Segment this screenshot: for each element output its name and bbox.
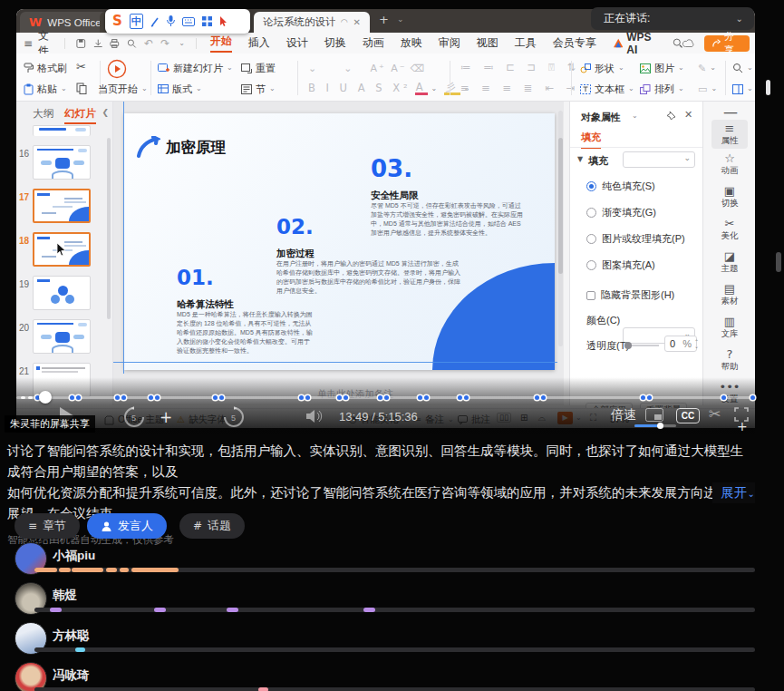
- list-controls[interactable]: ≔ ≕ ⊏ ⊐ ⍔ ⇅: [460, 60, 580, 76]
- volume-slider[interactable]: [634, 424, 676, 427]
- slide-thumbnail-19[interactable]: [33, 276, 91, 310]
- cloud-sync-icon[interactable]: [682, 38, 695, 49]
- transparency-slider[interactable]: [626, 345, 659, 346]
- player-progress-bar[interactable]: [16, 394, 755, 403]
- panes-button[interactable]: ⌄: [732, 81, 753, 97]
- chapter-marker[interactable]: [299, 395, 304, 400]
- speech-segment[interactable]: [131, 568, 179, 572]
- forward-5-button[interactable]: 5: [223, 406, 245, 428]
- new-slide-button[interactable]: 新建幻灯片⌄: [158, 60, 233, 76]
- chapter-marker[interactable]: [305, 395, 310, 400]
- layout-button[interactable]: 版式⌄: [158, 81, 202, 97]
- pip-icon[interactable]: [645, 408, 663, 422]
- props-title-chevron-icon[interactable]: ⌄: [632, 112, 638, 120]
- speech-segment[interactable]: [34, 568, 57, 572]
- apps-grid-icon[interactable]: [202, 16, 212, 26]
- chapter-marker[interactable]: [344, 395, 348, 400]
- arrange-button[interactable]: 排列⌄: [640, 81, 684, 97]
- keyboard-icon[interactable]: [182, 17, 195, 26]
- reset-button[interactable]: 重置: [241, 60, 276, 76]
- save-icon[interactable]: [76, 38, 86, 49]
- hide-bg-checkbox[interactable]: [586, 291, 595, 300]
- chapter-marker[interactable]: [424, 395, 429, 400]
- cc-button[interactable]: CC: [676, 408, 700, 423]
- chapter-marker[interactable]: [647, 395, 652, 400]
- menu-item-放映[interactable]: 放映: [401, 35, 422, 51]
- undo-icon[interactable]: ↶: [144, 38, 153, 49]
- rail-item-文库[interactable]: ▥文库: [711, 316, 748, 339]
- slide-thumbnail-16[interactable]: [33, 145, 91, 180]
- format-painter-button[interactable]: 格式刷: [24, 60, 67, 76]
- speaker-name[interactable]: 冯咏琦: [53, 667, 90, 684]
- menu-item-视图[interactable]: 视图: [477, 35, 498, 51]
- props-tab-fill[interactable]: 填充: [581, 131, 601, 149]
- new-tab-icon[interactable]: +: [379, 14, 389, 25]
- spinner-arrows[interactable]: ⌃⌄: [694, 339, 699, 348]
- speaking-now-overlay[interactable]: 正在讲话: ⌄: [591, 7, 754, 30]
- search-icon[interactable]: [673, 37, 682, 49]
- menu-item-会员专享[interactable]: 会员专享: [553, 35, 596, 51]
- more-arrange-controls[interactable]: ▭⌄: [698, 81, 717, 97]
- chapter-marker[interactable]: [384, 395, 389, 400]
- hide-bg-row[interactable]: 隐藏背景图形(H): [586, 288, 674, 302]
- speech-segment[interactable]: [154, 608, 166, 612]
- fill-type-dropdown[interactable]: [623, 151, 695, 168]
- speech-segment[interactable]: [106, 568, 118, 572]
- pin-icon[interactable]: [666, 111, 676, 121]
- rail-item-帮助[interactable]: ?帮助: [711, 348, 748, 372]
- pen-icon[interactable]: [150, 16, 160, 27]
- radio-icon[interactable]: [586, 208, 596, 218]
- radio-icon[interactable]: [586, 260, 596, 270]
- menu-item-工具[interactable]: 工具: [515, 35, 537, 51]
- speaker-timeline[interactable]: [34, 687, 755, 691]
- play-from-current-icon[interactable]: [107, 59, 127, 79]
- menu-item-插入[interactable]: 插入: [248, 35, 270, 51]
- rail-item-素材[interactable]: ▤素材: [711, 283, 748, 307]
- menu-item-切换[interactable]: 切换: [324, 35, 346, 51]
- speaker-name[interactable]: 小福piu: [53, 548, 95, 564]
- lang-mode-icon[interactable]: 中: [130, 14, 143, 29]
- play-current-button[interactable]: 当页开始⌄: [98, 81, 148, 97]
- canvas-scrollbar[interactable]: [558, 111, 563, 346]
- close-panel-icon[interactable]: ✕: [684, 110, 692, 120]
- playhead[interactable]: [39, 391, 52, 404]
- menu-item-设计[interactable]: 设计: [286, 35, 308, 51]
- clip-scissors-icon[interactable]: ✂: [709, 407, 721, 422]
- chapter-marker[interactable]: [378, 395, 382, 400]
- chapter-marker[interactable]: [76, 395, 81, 400]
- cut-icon[interactable]: ✂: [76, 61, 86, 73]
- speaker-name[interactable]: 方林聪: [53, 628, 90, 644]
- chapter-marker[interactable]: [337, 395, 342, 400]
- print-preview-icon[interactable]: [127, 38, 137, 49]
- rail-item-主题[interactable]: ◪主题: [711, 250, 748, 274]
- speaker-name[interactable]: 韩煜: [53, 588, 77, 604]
- radio-icon[interactable]: [586, 234, 596, 244]
- speech-segment[interactable]: [120, 568, 129, 572]
- speaker-timeline[interactable]: [34, 647, 755, 652]
- speech-segment[interactable]: [75, 647, 85, 652]
- rail-item-动画[interactable]: ☆动画: [711, 152, 748, 176]
- side-drag-handle[interactable]: [776, 252, 781, 272]
- filter-tab-话题[interactable]: #话题: [179, 513, 245, 539]
- share-button[interactable]: 分享: [704, 35, 750, 52]
- tab-slides[interactable]: 幻灯片: [64, 107, 96, 124]
- speech-segment[interactable]: [50, 608, 63, 612]
- speech-segment[interactable]: [363, 608, 376, 612]
- fill-section-chevron-icon[interactable]: ▼: [577, 156, 583, 163]
- chapter-marker[interactable]: [750, 395, 755, 400]
- copy-icon[interactable]: [76, 83, 87, 94]
- speech-segment[interactable]: [227, 608, 238, 612]
- chapter-marker[interactable]: [418, 395, 422, 400]
- shapes-button[interactable]: 形状⌄: [580, 60, 624, 76]
- font-name-size-controls[interactable]: ⌄⌄ A⁺ A⁻⌫: [308, 60, 426, 76]
- speech-segment[interactable]: [72, 568, 103, 572]
- tab-outline[interactable]: 大纲: [33, 107, 53, 124]
- chapter-marker[interactable]: [213, 395, 218, 400]
- speed-button[interactable]: 倍速: [611, 407, 636, 423]
- rail-item-切换[interactable]: ▣切换: [711, 185, 748, 209]
- slide-thumbnail-18[interactable]: [33, 232, 91, 267]
- slide-canvas[interactable]: 加密原理 01.哈希算法特性MD5 是一种哈希算法，将任意长度输入转换为固定长度…: [124, 113, 555, 370]
- collapse-panel-icon[interactable]: ❮: [102, 109, 109, 117]
- mic-icon[interactable]: [167, 15, 175, 27]
- tab-list-chevron-icon[interactable]: ⌄: [397, 15, 404, 24]
